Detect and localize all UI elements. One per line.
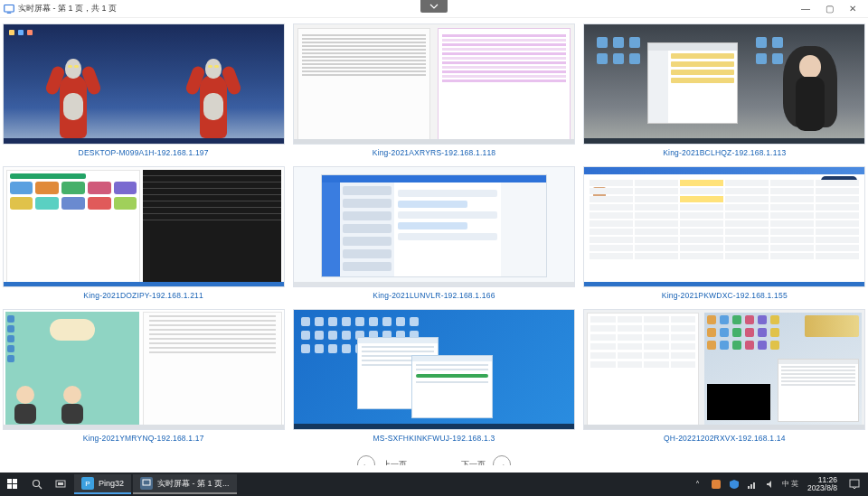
system-tray: ˄ 中 英 11:26 2023/8/8 bbox=[692, 473, 868, 496]
search-icon bbox=[32, 479, 42, 490]
start-button[interactable] bbox=[0, 473, 25, 496]
clock[interactable]: 11:26 2023/8/8 bbox=[804, 476, 841, 493]
screen-thumbnail[interactable] bbox=[3, 309, 285, 430]
thumbnail-cell: King-2021LUNVLR-192.168.1.166 bbox=[293, 166, 575, 305]
svg-rect-10 bbox=[143, 480, 150, 485]
thumbnail-label: King-2021BCLHQZ-192.168.1.113 bbox=[663, 145, 786, 163]
arrow-left-icon: ← bbox=[357, 455, 375, 465]
taskbar-app-ping32[interactable]: P Ping32 bbox=[74, 474, 131, 494]
svg-rect-3 bbox=[13, 479, 17, 483]
svg-rect-14 bbox=[753, 482, 755, 489]
prev-page-button[interactable]: ← 上一页 bbox=[357, 455, 407, 465]
thumbnail-row: King-2021YMRYNQ-192.168.1.17 MS-SXFHKINK… bbox=[2, 309, 866, 448]
tray-network-icon[interactable] bbox=[746, 478, 759, 491]
clock-date: 2023/8/8 bbox=[807, 484, 837, 492]
search-button[interactable] bbox=[25, 473, 49, 496]
tray-volume-icon[interactable] bbox=[764, 478, 777, 491]
screen-thumbnail[interactable] bbox=[293, 23, 575, 145]
task-view-icon bbox=[55, 479, 66, 490]
app-label: Ping32 bbox=[99, 479, 124, 488]
windows-icon bbox=[7, 479, 18, 490]
minimize-button[interactable]: — bbox=[799, 4, 812, 14]
tray-chevron-icon[interactable]: ˄ bbox=[692, 478, 704, 491]
tray-app-icon[interactable] bbox=[710, 478, 722, 491]
svg-rect-9 bbox=[58, 482, 63, 485]
svg-rect-12 bbox=[748, 486, 750, 489]
thumbnail-label: King-2021PKWDXC-192.168.1.155 bbox=[662, 287, 788, 305]
svg-rect-15 bbox=[850, 480, 859, 487]
svg-line-7 bbox=[39, 486, 42, 489]
screen-thumbnail[interactable] bbox=[583, 309, 865, 430]
thumbnail-cell: DESKTOP-M099A1H-192.168.1.197 bbox=[3, 23, 285, 163]
svg-rect-5 bbox=[13, 484, 17, 489]
app-icon bbox=[140, 477, 153, 490]
dropdown-toggle[interactable] bbox=[420, 0, 448, 13]
prev-page-label: 上一页 bbox=[382, 459, 407, 466]
svg-rect-13 bbox=[750, 484, 752, 489]
thumbnail-label: King-2021AXRYRS-192.168.1.118 bbox=[373, 145, 496, 163]
thumbnail-label: DESKTOP-M099A1H-192.168.1.197 bbox=[79, 145, 209, 163]
arrow-right-icon: → bbox=[493, 455, 511, 465]
thumbnail-grid: DESKTOP-M099A1H-192.168.1.197 King-2021A… bbox=[0, 18, 868, 465]
svg-rect-4 bbox=[7, 484, 12, 489]
screen-thumbnail[interactable] bbox=[293, 166, 575, 287]
next-page-button[interactable]: 下一页 → bbox=[461, 455, 511, 465]
thumbnail-label: King-2021DOZIPY-192.168.1.211 bbox=[83, 287, 203, 305]
thumbnail-label: King-2021YMRYNQ-192.168.1.17 bbox=[83, 430, 204, 448]
app-label: 实时屏幕 - 第 1 页... bbox=[157, 478, 230, 490]
close-button[interactable]: ✕ bbox=[846, 4, 859, 14]
window-title: 实时屏幕 - 第 1 页，共 1 页 bbox=[18, 3, 117, 14]
notification-icon bbox=[849, 479, 860, 490]
maximize-button[interactable]: ▢ bbox=[823, 4, 835, 14]
tray-shield-icon[interactable] bbox=[728, 478, 741, 491]
titlebar: 实时屏幕 - 第 1 页，共 1 页 — ▢ ✕ bbox=[0, 0, 868, 18]
screen-thumbnail[interactable] bbox=[3, 23, 285, 145]
thumbnail-cell: King-2021DOZIPY-192.168.1.211 bbox=[3, 166, 285, 305]
taskbar-app-realtime[interactable]: 实时屏幕 - 第 1 页... bbox=[133, 474, 237, 494]
thumbnail-row: King-2021DOZIPY-192.168.1.211 King-2021L… bbox=[2, 166, 866, 305]
svg-rect-0 bbox=[5, 5, 14, 12]
screen-thumbnail[interactable] bbox=[3, 166, 285, 287]
app-icon bbox=[4, 4, 14, 14]
thumbnail-cell: King-2021PKWDXC-192.168.1.155 bbox=[583, 166, 865, 305]
thumbnail-cell: King-2021AXRYRS-192.168.1.118 bbox=[293, 23, 575, 163]
thumbnail-row: DESKTOP-M099A1H-192.168.1.197 King-2021A… bbox=[2, 23, 866, 163]
thumbnail-cell: King-2021BCLHQZ-192.168.1.113 bbox=[583, 23, 865, 163]
taskbar: P Ping32 实时屏幕 - 第 1 页... ˄ 中 英 11:26 202… bbox=[0, 473, 868, 496]
notification-button[interactable] bbox=[846, 473, 863, 496]
svg-rect-11 bbox=[712, 480, 721, 489]
thumbnail-label: QH-20221202RXVX-192.168.1.14 bbox=[664, 430, 786, 448]
thumbnail-label: King-2021LUNVLR-192.168.1.166 bbox=[373, 287, 495, 305]
task-view-button[interactable] bbox=[49, 473, 72, 496]
thumbnail-cell: King-2021YMRYNQ-192.168.1.17 bbox=[3, 309, 285, 448]
svg-point-6 bbox=[33, 481, 40, 487]
thumbnail-label: MS-SXFHKINKFWUJ-192.168.1.3 bbox=[373, 430, 495, 448]
app-icon: P bbox=[81, 477, 94, 490]
ime-indicator[interactable]: 中 英 bbox=[782, 481, 798, 488]
svg-rect-2 bbox=[7, 479, 12, 483]
svg-rect-1 bbox=[7, 12, 12, 13]
window-controls: — ▢ ✕ bbox=[799, 4, 864, 14]
screen-thumbnail[interactable] bbox=[583, 166, 865, 287]
chevron-down-icon bbox=[429, 4, 439, 9]
next-page-label: 下一页 bbox=[461, 459, 486, 466]
thumbnail-cell: MS-SXFHKINKFWUJ-192.168.1.3 bbox=[293, 309, 575, 448]
screen-thumbnail[interactable] bbox=[583, 23, 865, 145]
thumbnail-cell: QH-20221202RXVX-192.168.1.14 bbox=[583, 309, 865, 448]
pagination: ← 上一页 下一页 → bbox=[2, 452, 866, 465]
screen-thumbnail[interactable] bbox=[293, 309, 575, 430]
